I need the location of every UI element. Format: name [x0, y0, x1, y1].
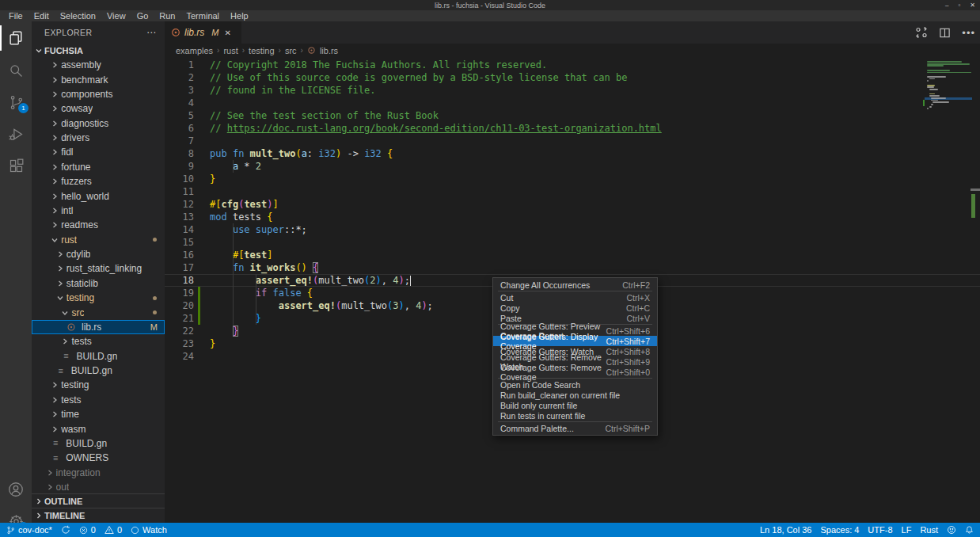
- tree-item-tests[interactable]: tests: [32, 393, 165, 407]
- status-spaces-4[interactable]: Spaces: 4: [820, 525, 859, 535]
- minimap-line: [927, 61, 962, 63]
- outline-panel-header[interactable]: OUTLINE: [32, 493, 165, 508]
- tree-item-diagnostics[interactable]: diagnostics: [32, 116, 165, 131]
- tree-item-intl[interactable]: intl: [32, 204, 165, 218]
- code-line-10: 10}: [165, 173, 980, 185]
- tree-item-fidl[interactable]: fidl: [32, 145, 165, 159]
- status-bell[interactable]: [965, 525, 974, 535]
- timeline-panel-header[interactable]: TIMELINE: [32, 508, 165, 523]
- tree-item-label: BUILD.gn: [76, 351, 117, 362]
- menu-item-command-palette-[interactable]: Command Palette...Ctrl+Shift+P: [493, 423, 657, 433]
- close-icon[interactable]: ✕: [970, 2, 975, 9]
- workspace-section-header[interactable]: FUCHSIA: [32, 44, 165, 58]
- tree-item-testing[interactable]: testing: [32, 378, 165, 392]
- menu-item-run-tests-in-current-file[interactable]: Run tests in current file: [493, 410, 657, 421]
- overview-ruler[interactable]: [971, 57, 980, 523]
- tree-item-testing[interactable]: testing: [32, 291, 165, 305]
- breadcrumb-item-rust[interactable]: rust: [223, 46, 237, 55]
- tree-item-rust-static-linking[interactable]: rust_static_linking: [32, 261, 165, 276]
- menu-go[interactable]: Go: [131, 11, 154, 21]
- status-sync[interactable]: [61, 525, 70, 535]
- menu-view[interactable]: View: [101, 11, 131, 21]
- tree-item-cdylib[interactable]: cdylib: [32, 247, 165, 261]
- activity-extensions-icon[interactable]: [0, 151, 32, 180]
- tree-item-hello-world[interactable]: hello_world: [32, 189, 165, 203]
- tree-item-rust[interactable]: rust: [32, 233, 165, 247]
- activity-source-control-icon[interactable]: 1: [0, 88, 32, 116]
- tree-item-build-gn[interactable]: ≡BUILD.gn: [32, 436, 165, 451]
- status-warning-0[interactable]: 0: [104, 525, 122, 535]
- maximize-icon[interactable]: ▫: [958, 2, 960, 9]
- tree-item-staticlib[interactable]: staticlib: [32, 276, 165, 291]
- tab-close-icon[interactable]: ✕: [225, 29, 231, 37]
- menu-item-build-only-current-file[interactable]: Build only current file: [493, 400, 657, 410]
- tree-item-label: intl: [61, 205, 73, 216]
- activity-explorer-icon[interactable]: [0, 24, 32, 52]
- tree-item-out[interactable]: out: [32, 480, 165, 494]
- split-editor-icon[interactable]: [939, 27, 951, 39]
- menu-edit[interactable]: Edit: [28, 11, 55, 21]
- code-text: // https://doc.rust-lang.org/book/second…: [210, 123, 662, 134]
- menu-selection[interactable]: Selection: [55, 11, 101, 21]
- status-utf-8[interactable]: UTF-8: [868, 525, 892, 535]
- menu-item-copy[interactable]: CopyCtrl+C: [493, 303, 657, 313]
- tree-item-wasm[interactable]: wasm: [32, 421, 165, 436]
- open-changes-icon[interactable]: [915, 26, 928, 39]
- tree-item-owners[interactable]: ≡OWNERS: [32, 451, 165, 465]
- minimize-icon[interactable]: –: [945, 2, 948, 9]
- menu-item-cut[interactable]: CutCtrl+X: [493, 292, 657, 303]
- breadcrumb-item-examples[interactable]: examples: [176, 46, 213, 55]
- menu-item-run-build-cleaner-on-current-file[interactable]: Run build_cleaner on current file: [493, 390, 657, 400]
- code-text: assert_eq!(mult_two(2), 4);: [210, 275, 411, 286]
- activity-account-icon[interactable]: [0, 475, 32, 504]
- status-rust[interactable]: Rust: [920, 525, 938, 535]
- tree-item-fortune[interactable]: fortune: [32, 160, 165, 174]
- tree-item-assembly[interactable]: assembly: [32, 58, 165, 72]
- status-branch-cov-doc*[interactable]: cov-doc*: [6, 525, 52, 535]
- activity-search-icon[interactable]: [0, 56, 32, 85]
- menu-terminal[interactable]: Terminal: [181, 11, 226, 21]
- explorer-header: EXPLORER ⋯: [32, 21, 165, 44]
- status-error-0[interactable]: 0: [79, 525, 96, 535]
- breadcrumb-item-lib-rs[interactable]: lib.rs: [320, 46, 338, 55]
- menu-item-coverage-gutters-remove-coverage[interactable]: Coverage Gutters: Remove CoverageCtrl+Sh…: [493, 367, 657, 377]
- status-feedback[interactable]: [947, 525, 956, 535]
- gn-file-icon: ≡: [56, 367, 66, 375]
- gn-file-icon: ≡: [61, 352, 70, 360]
- status-circle-Watch[interactable]: Watch: [131, 525, 167, 535]
- tree-item-benchmark[interactable]: benchmark: [32, 72, 165, 86]
- tree-item-src[interactable]: src: [32, 305, 165, 319]
- menu-item-change-all-occurrences[interactable]: Change All OccurrencesCtrl+F2: [493, 280, 657, 290]
- tree-item-cowsay[interactable]: cowsay: [32, 101, 165, 116]
- code-line-16: 16 #[test]: [165, 249, 980, 261]
- minimap-line: [931, 100, 938, 101]
- breadcrumb-item-testing[interactable]: testing: [249, 46, 274, 55]
- status-lf[interactable]: LF: [902, 525, 912, 535]
- explorer-more-icon[interactable]: ⋯: [146, 27, 157, 38]
- tree-item-time[interactable]: time: [32, 407, 165, 421]
- tree-item-integration[interactable]: integration: [32, 466, 165, 480]
- tree-item-fuzzers[interactable]: fuzzers: [32, 174, 165, 189]
- rust-file-icon: [171, 28, 180, 37]
- tree-item-tests[interactable]: tests: [32, 334, 165, 348]
- tree-item-lib-rs[interactable]: lib.rsM: [32, 320, 165, 334]
- tree-item-readmes[interactable]: readmes: [32, 218, 165, 232]
- breadcrumb-item-src[interactable]: src: [285, 46, 297, 55]
- menu-item-coverage-gutters-display-coverage[interactable]: Coverage Gutters: Display CoverageCtrl+S…: [493, 336, 657, 346]
- tree-item-components[interactable]: components: [32, 87, 165, 101]
- menu-help[interactable]: Help: [225, 11, 254, 21]
- tab-lib-rs[interactable]: lib.rs M ✕: [165, 21, 241, 44]
- status-ln-18-col-36[interactable]: Ln 18, Col 36: [760, 525, 811, 535]
- menu-item-open-in-code-search[interactable]: Open in Code Search: [493, 379, 657, 390]
- tree-item-build-gn[interactable]: ≡BUILD.gn: [32, 349, 165, 364]
- minimap[interactable]: [925, 59, 972, 169]
- menu-file[interactable]: File: [3, 11, 28, 21]
- status-bar: cov-doc*00Watch Ln 18, Col 36Spaces: 4UT…: [0, 523, 980, 537]
- tree-item-drivers[interactable]: drivers: [32, 131, 165, 145]
- chevron-right-icon: [51, 91, 59, 97]
- code-text: // Copyright 2018 The Fuchsia Authors. A…: [210, 59, 547, 70]
- more-actions-icon[interactable]: •••: [962, 27, 975, 39]
- activity-run-debug-icon[interactable]: [0, 120, 32, 148]
- menu-run[interactable]: Run: [154, 11, 180, 21]
- tree-item-build-gn[interactable]: ≡BUILD.gn: [32, 364, 165, 378]
